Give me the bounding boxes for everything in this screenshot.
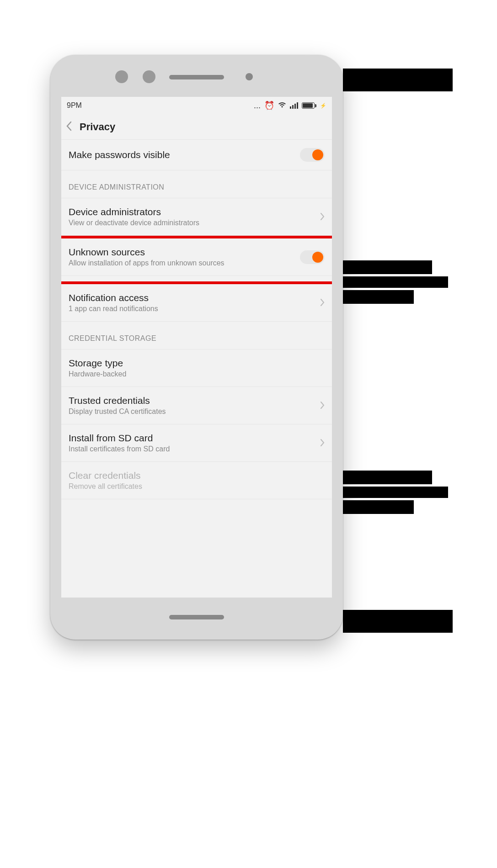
row-title: Trusted credentials [69,395,315,406]
notification-access-row[interactable]: Notification access 1 app can read notif… [61,284,332,322]
row-subtitle: Install certificates from SD card [69,445,315,453]
decoration [343,471,432,484]
header-bar: Privacy [61,114,332,140]
chevron-right-icon [315,211,325,223]
row-title: Unknown sources [69,247,300,258]
alarm-icon: ⏰ [264,101,274,111]
speaker-top [169,75,224,79]
decoration [343,276,448,288]
signal-icon [290,102,298,109]
status-bar: 9PM ... ⏰ ⚡ [61,97,332,114]
row-title: Device administrators [69,206,315,217]
row-title: Clear credentials [69,470,325,481]
make-passwords-visible-row[interactable]: Make passwords visible [61,140,332,170]
passwords-visible-toggle[interactable] [300,148,325,162]
row-subtitle: View or deactivate device administrators [69,219,315,227]
wifi-icon [278,101,286,111]
decoration [343,500,414,514]
decoration [343,290,414,304]
row-subtitle: Remove all certificates [69,482,325,491]
chevron-right-icon [315,297,325,309]
decoration [343,69,453,91]
row-subtitle: Allow installation of apps from unknown … [69,259,300,267]
phone-inner: 9PM ... ⏰ ⚡ [56,60,337,634]
trusted-credentials-row[interactable]: Trusted credentials Display trusted CA c… [61,387,332,424]
storage-type-row[interactable]: Storage type Hardware-backed [61,349,332,387]
status-icons: ... ⏰ ⚡ [254,101,326,111]
page-title: Privacy [80,121,115,133]
row-title: Make passwords visible [69,149,300,160]
screen: 9PM ... ⏰ ⚡ [61,97,332,598]
device-administrators-row[interactable]: Device administrators View or deactivate… [61,198,332,236]
row-title: Install from SD card [69,433,315,444]
sensor-dot [246,73,253,80]
chevron-right-icon [315,400,325,412]
unknown-sources-toggle[interactable] [300,250,325,264]
speaker-bottom [169,615,224,619]
row-title: Storage type [69,358,325,369]
row-title: Notification access [69,292,315,303]
charging-icon: ⚡ [320,103,326,109]
chevron-right-icon [315,437,325,449]
settings-list[interactable]: Make passwords visible DEVICE ADMINISTRA… [61,140,332,499]
section-credential-storage: CREDENTIAL STORAGE [61,322,332,349]
camera-dot [143,70,155,83]
toggle-knob-on [312,252,323,263]
status-time: 9PM [67,101,82,110]
clear-credentials-row: Clear credentials Remove all certificate… [61,462,332,499]
decoration [343,610,453,633]
row-subtitle: 1 app can read notifications [69,305,315,313]
decoration [343,260,432,274]
section-device-admin: DEVICE ADMINISTRATION [61,170,332,198]
row-subtitle: Display trusted CA certificates [69,408,315,416]
row-subtitle: Hardware-backed [69,370,325,378]
install-from-sd-row[interactable]: Install from SD card Install certificate… [61,424,332,462]
back-button[interactable] [66,121,76,133]
camera-dot [115,70,128,83]
phone-frame: 9PM ... ⏰ ⚡ [50,55,343,640]
unknown-sources-row[interactable]: Unknown sources Allow installation of ap… [61,238,332,276]
more-icon: ... [254,101,261,111]
decoration [343,487,448,498]
toggle-knob-on [312,149,323,160]
battery-icon [302,102,316,109]
